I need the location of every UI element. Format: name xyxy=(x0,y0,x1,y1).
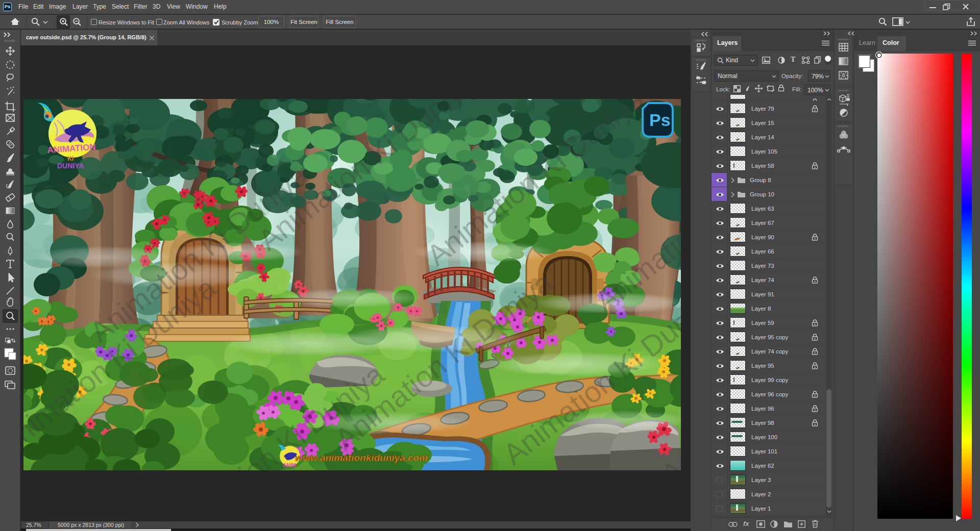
svg-text:ANIM: ANIM xyxy=(283,463,296,468)
svg-text:DUNIYA: DUNIYA xyxy=(57,162,84,170)
svg-text:www.animationkiduniya.com: www.animationkiduniya.com xyxy=(295,452,428,463)
svg-text:Ps: Ps xyxy=(649,110,671,130)
svg-text:KI: KI xyxy=(67,155,74,162)
